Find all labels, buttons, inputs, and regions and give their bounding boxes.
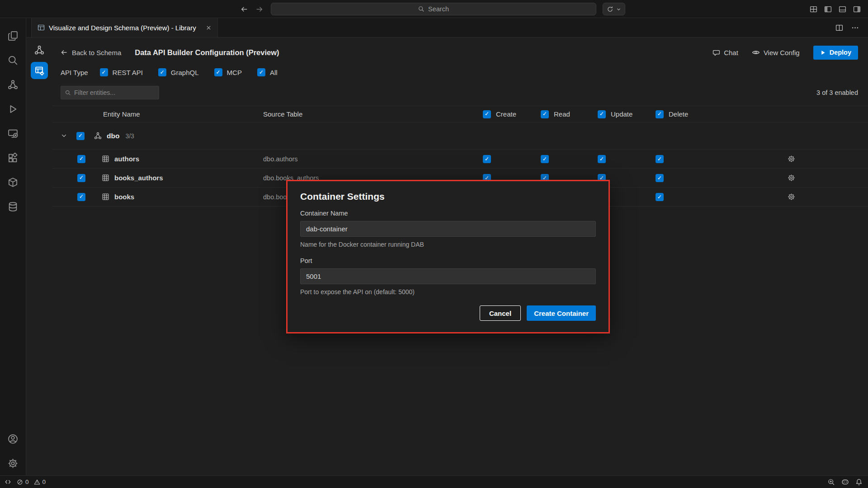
command-center-search[interactable]: Search	[271, 3, 596, 15]
rest-api-checkbox[interactable]	[100, 68, 108, 76]
row-checkbox[interactable]	[77, 155, 85, 163]
connection-disconnected-icon[interactable]	[2, 121, 24, 145]
back-arrow-icon[interactable]	[241, 5, 248, 13]
cancel-button[interactable]: Cancel	[480, 305, 521, 321]
table-header: Entity Name Source Table Create Read	[52, 106, 868, 122]
graphql-option[interactable]: GraphQL	[158, 68, 199, 76]
settings-gear-icon[interactable]	[2, 451, 24, 475]
back-to-schema-link[interactable]: Back to Schema	[61, 49, 121, 56]
graphql-checkbox[interactable]	[158, 68, 166, 76]
update-all-checkbox[interactable]	[598, 110, 606, 118]
back-label: Back to Schema	[72, 49, 121, 56]
toggle-sidebar-right-icon[interactable]	[853, 5, 861, 13]
graphql-label: GraphQL	[171, 69, 199, 76]
run-debug-icon[interactable]	[2, 97, 24, 121]
copilot-icon[interactable]	[841, 478, 849, 486]
enabled-summary: 3 of 3 enabled	[816, 89, 858, 96]
chat-label: Chat	[724, 49, 738, 56]
customize-layout-icon[interactable]	[810, 5, 817, 13]
delete-checkbox[interactable]	[656, 155, 664, 163]
mcp-checkbox[interactable]	[214, 68, 222, 76]
problems-indicator[interactable]: 0 0	[17, 479, 46, 485]
database-icon[interactable]	[2, 194, 24, 219]
search-sidebar-icon[interactable]	[2, 48, 24, 72]
schema-graph-sidebar-icon[interactable]	[2, 72, 24, 97]
chevron-down-icon[interactable]	[61, 132, 67, 139]
all-option[interactable]: All	[257, 68, 278, 76]
create-container-button[interactable]: Create Container	[527, 305, 596, 321]
read-header-label: Read	[554, 110, 570, 118]
schema-group-row[interactable]: dbo 3/3	[52, 122, 868, 150]
session-dropdown[interactable]	[603, 3, 625, 15]
row-settings-gear-icon[interactable]	[714, 174, 868, 182]
all-checkbox[interactable]	[257, 68, 265, 76]
error-count: 0	[25, 479, 29, 485]
tab-label: Visualize and Design Schema (Preview) - …	[49, 24, 196, 32]
dialog-title: Container Settings	[300, 191, 596, 202]
read-checkbox[interactable]	[541, 155, 549, 163]
all-label: All	[270, 69, 278, 76]
page-actions: Chat View Config	[712, 46, 858, 60]
view-config-button[interactable]: View Config	[752, 48, 800, 56]
chat-button[interactable]: Chat	[712, 49, 738, 56]
play-icon	[820, 50, 826, 56]
tab-visualize-schema[interactable]: Visualize and Design Schema (Preview) - …	[31, 18, 218, 37]
rest-api-option[interactable]: REST API	[100, 68, 143, 76]
warning-triangle-icon	[34, 479, 40, 485]
group-name: dbo	[107, 132, 119, 140]
delete-header: Delete	[656, 110, 714, 118]
toggle-sidebar-left-icon[interactable]	[824, 5, 832, 13]
layout-controls	[810, 0, 861, 18]
table-grid-icon	[102, 155, 109, 163]
close-icon[interactable]	[206, 25, 212, 31]
schema-visualize-icon[interactable]	[33, 43, 46, 57]
filter-entities-box[interactable]	[61, 86, 159, 99]
activity-bar	[0, 18, 26, 475]
notifications-bell-icon[interactable]	[855, 479, 863, 486]
cube-icon[interactable]	[2, 170, 24, 194]
toggle-panel-bottom-icon[interactable]	[839, 5, 846, 13]
split-editor-icon[interactable]	[835, 24, 843, 32]
status-bar: 0 0	[0, 475, 868, 488]
page-header: Back to Schema Data API Builder Configur…	[52, 38, 868, 59]
create-all-checkbox[interactable]	[483, 110, 491, 118]
table-grid-icon	[102, 193, 109, 201]
container-name-help: Name for the Docker container running DA…	[300, 241, 596, 248]
title-bar: Search	[0, 0, 868, 18]
arrow-left-icon	[61, 49, 68, 56]
chat-icon	[712, 49, 720, 56]
delete-checkbox[interactable]	[656, 193, 664, 201]
dab-config-icon[interactable]	[31, 62, 48, 79]
explorer-icon[interactable]	[2, 23, 24, 48]
row-checkbox[interactable]	[77, 174, 85, 182]
remote-indicator-icon[interactable]	[5, 479, 11, 485]
row-settings-gear-icon[interactable]	[714, 155, 868, 163]
api-type-label: API Type	[61, 69, 88, 76]
read-all-checkbox[interactable]	[541, 110, 549, 118]
table-row[interactable]: authors dbo.authors	[52, 150, 868, 169]
extensions-icon[interactable]	[2, 145, 24, 170]
zoom-icon[interactable]	[828, 479, 835, 486]
designer-toolbar	[26, 38, 52, 475]
create-checkbox[interactable]	[483, 155, 491, 163]
update-checkbox[interactable]	[598, 155, 606, 163]
row-settings-gear-icon[interactable]	[714, 193, 868, 201]
rest-api-label: REST API	[113, 69, 143, 76]
dialog-actions: Cancel Create Container	[300, 305, 596, 321]
forward-arrow-icon[interactable]	[255, 5, 263, 13]
row-checkbox[interactable]	[77, 193, 85, 201]
chevron-down-icon	[616, 7, 621, 12]
source-table-header: Source Table	[263, 110, 483, 118]
delete-checkbox[interactable]	[656, 174, 664, 182]
group-checkbox[interactable]	[76, 132, 85, 140]
container-name-input[interactable]	[300, 221, 596, 237]
loop-icon	[607, 6, 613, 13]
mcp-option[interactable]: MCP	[214, 68, 242, 76]
port-input[interactable]	[300, 268, 596, 284]
deploy-button[interactable]: Deploy	[813, 46, 858, 60]
filter-entities-input[interactable]	[74, 89, 155, 96]
more-actions-icon[interactable]	[851, 24, 859, 32]
container-name-field: Container Name Name for the Docker conta…	[300, 210, 596, 248]
account-icon[interactable]	[2, 427, 24, 451]
delete-all-checkbox[interactable]	[656, 110, 664, 118]
